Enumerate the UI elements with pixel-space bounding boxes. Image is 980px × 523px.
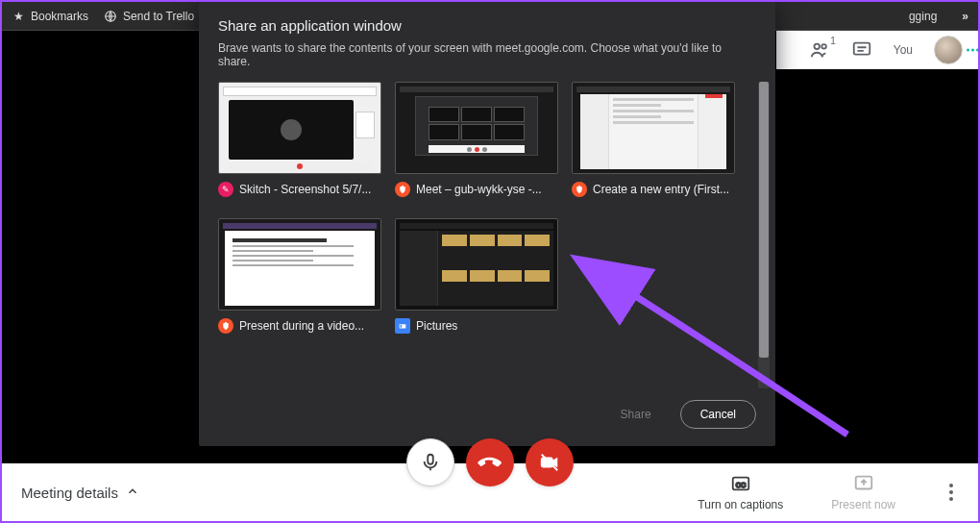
window-label: Pictures (416, 319, 457, 333)
window-thumbnail (395, 82, 558, 174)
bookmark-item-trello[interactable]: Send to Trello (104, 10, 194, 23)
brave-icon (395, 182, 410, 197)
window-thumbnail (218, 82, 381, 174)
skitch-icon: ✎ (218, 182, 233, 197)
you-indicator: You (894, 43, 913, 57)
brave-icon (218, 318, 233, 334)
window-tile-pictures[interactable]: Pictures (395, 218, 558, 334)
window-label: Meet – gub-wykk-yse -... (416, 183, 542, 196)
window-thumbnail (395, 218, 558, 311)
share-button[interactable]: Share (601, 401, 671, 428)
chevron-up-icon (126, 485, 139, 501)
present-now-button[interactable]: Present now (831, 473, 895, 511)
bookmark-overflow[interactable]: » (962, 10, 968, 23)
dialog-title: Share an application window (218, 17, 756, 34)
center-controls (406, 438, 574, 486)
more-options-button[interactable] (943, 478, 959, 507)
globe-icon (104, 10, 117, 23)
window-tile-present[interactable]: Present during a video... (218, 218, 381, 334)
svg-point-1 (814, 44, 820, 50)
captions-button[interactable]: CC Turn on captions (698, 473, 783, 511)
window-tile-meet[interactable]: Meet – gub-wykk-yse -... (395, 82, 558, 197)
dialog-body: ✎ Skitch - Screenshot 5/7/... (218, 82, 756, 379)
svg-rect-3 (854, 43, 870, 55)
window-tile-entry[interactable]: Create a new entry (First... (572, 82, 735, 197)
avatar[interactable] (934, 36, 963, 64)
brave-icon (572, 182, 587, 197)
bookmark-label: Bookmarks (31, 10, 88, 23)
people-count: 1 (830, 36, 836, 46)
svg-rect-6 (428, 455, 433, 464)
scrollbar-thumb[interactable] (759, 82, 769, 358)
bookmark-item-bookmarks[interactable]: ★ Bookmarks (12, 10, 88, 23)
meet-bottom-bar: Meeting details CC Turn on captions Pres… (2, 463, 978, 521)
window-thumbnail (572, 82, 735, 174)
window-label: Present during a video... (239, 319, 364, 333)
svg-text:CC: CC (736, 481, 747, 489)
window-label: Skitch - Screenshot 5/7/... (239, 183, 371, 196)
dialog-scrollbar[interactable] (758, 82, 770, 388)
window-thumbnail (218, 218, 381, 311)
svg-rect-5 (401, 325, 403, 328)
captions-icon: CC (730, 473, 751, 494)
meeting-details-button[interactable]: Meeting details (21, 485, 139, 501)
hangup-button[interactable] (466, 438, 514, 486)
present-icon (853, 473, 874, 494)
svg-point-2 (821, 44, 826, 49)
cancel-button[interactable]: Cancel (680, 400, 756, 429)
bookmark-item-partial[interactable]: gging (909, 10, 937, 23)
camera-off-button[interactable] (526, 438, 574, 486)
share-window-dialog: Share an application window Brave wants … (199, 2, 775, 446)
star-icon: ★ (12, 10, 25, 23)
dialog-subtitle: Brave wants to share the contents of you… (218, 41, 756, 68)
folder-icon (395, 318, 410, 334)
mic-button[interactable] (406, 438, 454, 486)
bookmark-label: Send to Trello (123, 10, 194, 23)
window-label: Create a new entry (First... (593, 183, 729, 196)
dialog-footer: Share Cancel (199, 388, 775, 446)
chat-icon[interactable] (851, 39, 872, 61)
people-icon[interactable]: 1 (809, 39, 830, 61)
meet-topbar: 1 You (776, 31, 978, 69)
window-tile-skitch[interactable]: ✎ Skitch - Screenshot 5/7/... (218, 82, 381, 197)
